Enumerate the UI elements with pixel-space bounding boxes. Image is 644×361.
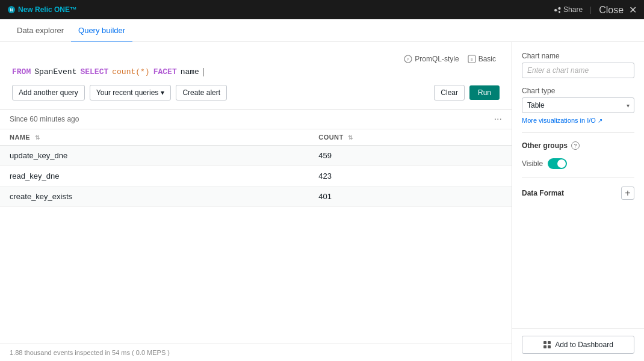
add-data-format-button[interactable]: + — [621, 187, 634, 200]
svg-rect-7 — [548, 341, 551, 344]
results-footer-text: 1.88 thousand events inspected in 54 ms … — [10, 349, 170, 356]
results-footer: 1.88 thousand events inspected in 54 ms … — [0, 344, 512, 361]
promql-icon: P — [404, 55, 412, 63]
other-groups-help-icon[interactable]: ? — [571, 141, 580, 150]
chart-name-label: Chart name — [522, 52, 634, 60]
query-entity: SpanEvent — [34, 67, 76, 76]
vis-link-label: More visualizations in I/O — [522, 117, 596, 124]
col-name: NAME ⇅ — [0, 129, 309, 146]
external-link-icon: ↗ — [598, 117, 602, 124]
time-range-label: Since 60 minutes ago — [10, 115, 79, 123]
cell-name: read_key_dne — [0, 166, 309, 187]
query-facet-field: name — [181, 67, 199, 76]
share-label: Share — [563, 5, 583, 14]
visible-label: Visible — [522, 159, 543, 168]
query-cursor — [203, 68, 203, 76]
query-area: P PromQL-style B Basic FROM SpanEvent SE… — [0, 42, 512, 110]
results-table: NAME ⇅ COUNT ⇅ update_key_dne459read_key… — [0, 129, 512, 207]
chart-type-select-wrapper: Table Bar Line Area Pie Billboard ▾ — [522, 97, 634, 113]
cell-count: 401 — [309, 187, 512, 207]
mode-selector: P PromQL-style B Basic — [12, 53, 500, 65]
more-visualizations-link[interactable]: More visualizations in I/O ↗ — [522, 117, 634, 124]
tab-data-explorer[interactable]: Data explorer — [10, 20, 71, 43]
add-to-dashboard-label: Add to Dashboard — [555, 341, 613, 349]
svg-rect-9 — [548, 345, 551, 348]
add-to-dashboard-button[interactable]: Add to Dashboard — [522, 336, 634, 354]
cell-name: update_key_dne — [0, 146, 309, 166]
recent-queries-label: Your recent queries — [96, 88, 159, 97]
chart-name-group: Chart name — [522, 52, 634, 78]
visible-row: Visible — [522, 158, 634, 169]
promql-label: PromQL-style — [415, 55, 459, 63]
left-panel: P PromQL-style B Basic FROM SpanEvent SE… — [0, 42, 512, 361]
add-query-button[interactable]: Add another query — [12, 85, 85, 100]
run-button[interactable]: Run — [469, 85, 500, 100]
promql-mode-button[interactable]: P PromQL-style — [400, 53, 462, 65]
tabs-bar: Data explorer Query builder — [0, 19, 644, 42]
clear-button[interactable]: Clear — [434, 85, 465, 100]
chevron-down-icon: ▾ — [161, 88, 164, 97]
col-name-label: NAME — [10, 134, 30, 141]
tab-query-builder[interactable]: Query builder — [71, 20, 132, 43]
cell-count: 459 — [309, 146, 512, 166]
data-format-row: Data Format + — [522, 187, 634, 200]
basic-icon: B — [468, 55, 476, 63]
share-button[interactable]: Share — [554, 5, 583, 14]
col-count-label: COUNT — [318, 134, 343, 141]
col-count: COUNT ⇅ — [309, 129, 512, 146]
svg-text:B: B — [471, 58, 473, 61]
query-actions: Add another query Your recent queries ▾ … — [12, 85, 500, 100]
bottom-bar: Add to Dashboard — [512, 328, 644, 361]
recent-queries-button[interactable]: Your recent queries ▾ — [90, 85, 172, 100]
app-title: New Relic ONE™ — [18, 5, 77, 14]
close-label: Close — [599, 5, 624, 15]
table-row: create_key_exists401 — [0, 187, 512, 207]
app-logo: N New Relic ONE™ — [7, 5, 77, 14]
cell-name: create_key_exists — [0, 187, 309, 207]
results-header: Since 60 minutes ago ··· — [0, 110, 512, 129]
query-from-keyword: FROM — [12, 67, 31, 76]
close-button[interactable]: Close ✕ — [599, 4, 637, 16]
results-area: Since 60 minutes ago ··· NAME ⇅ COUNT ⇅ — [0, 110, 512, 361]
chart-type-label: Chart type — [522, 87, 634, 95]
svg-text:P: P — [407, 58, 410, 61]
query-select-keyword: SELECT — [80, 67, 108, 76]
chart-type-select[interactable]: Table Bar Line Area Pie Billboard — [522, 97, 634, 113]
basic-label: Basic — [478, 55, 496, 63]
query-func: count(*) — [112, 67, 149, 76]
results-menu-button[interactable]: ··· — [494, 114, 502, 124]
table-body: update_key_dne459read_key_dne423create_k… — [0, 146, 512, 207]
divider-hr — [522, 132, 634, 133]
other-groups-section: Other groups ? — [522, 141, 634, 150]
sort-name-icon[interactable]: ⇅ — [35, 134, 40, 141]
table-header-row: NAME ⇅ COUNT ⇅ — [0, 129, 512, 146]
cell-count: 423 — [309, 166, 512, 187]
right-panel: Chart name Chart type Table Bar Line Are… — [512, 42, 644, 361]
chart-type-group: Chart type Table Bar Line Area Pie Billb… — [522, 87, 634, 124]
clear-label: Clear — [441, 88, 458, 97]
main-layout: P PromQL-style B Basic FROM SpanEvent SE… — [0, 42, 644, 361]
top-bar-right: Share | Close ✕ — [554, 4, 637, 16]
dashboard-icon — [543, 341, 551, 349]
add-query-label: Add another query — [19, 88, 78, 97]
create-alert-label: Create alert — [182, 88, 220, 97]
sort-count-icon[interactable]: ⇅ — [348, 134, 353, 141]
svg-rect-8 — [543, 345, 546, 348]
create-alert-button[interactable]: Create alert — [176, 85, 227, 100]
table-row: update_key_dne459 — [0, 146, 512, 166]
run-label: Run — [478, 88, 491, 97]
visible-toggle[interactable] — [548, 158, 567, 169]
nr-logo-icon: N — [7, 5, 16, 14]
query-facet-keyword: FACET — [153, 67, 177, 76]
svg-text:N: N — [10, 8, 13, 12]
basic-mode-button[interactable]: B Basic — [464, 53, 500, 65]
divider-hr2 — [522, 177, 634, 178]
other-groups-label: Other groups — [522, 141, 568, 150]
table-row: read_key_dne423 — [0, 166, 512, 187]
share-icon — [554, 6, 561, 13]
top-bar: N New Relic ONE™ Share | Close ✕ — [0, 0, 644, 19]
table-head: NAME ⇅ COUNT ⇅ — [0, 129, 512, 146]
chart-name-input[interactable] — [522, 63, 634, 78]
top-bar-left: N New Relic ONE™ — [7, 5, 77, 14]
toggle-knob — [557, 159, 566, 168]
